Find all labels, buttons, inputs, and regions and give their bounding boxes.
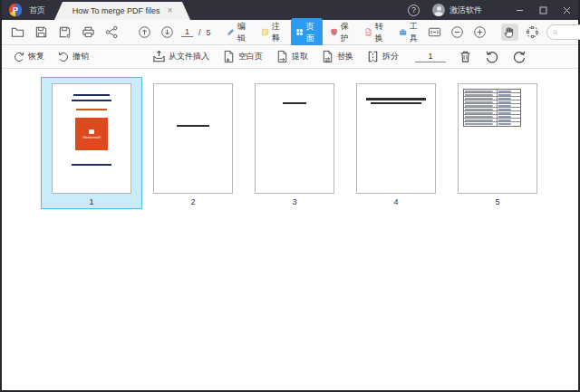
tab-pages[interactable]: 页面 — [291, 18, 323, 47]
thumbnail-row: Geekersoft 1 2 3 — [2, 69, 578, 209]
page-2-preview — [153, 83, 233, 194]
search-input[interactable] — [561, 28, 580, 36]
page-tools-bar: 恢复 撤销 从文件插入 空白页 提取 替换 — [2, 45, 578, 69]
rotate-left-button[interactable] — [485, 50, 499, 64]
page-separator: / — [198, 28, 201, 37]
close-button[interactable] — [555, 0, 578, 20]
tab-edit[interactable]: 编辑 — [222, 18, 254, 47]
mini-table — [463, 89, 521, 127]
share-icon[interactable] — [103, 24, 121, 41]
undo-button[interactable]: 撤销 — [57, 51, 89, 63]
minimize-button[interactable] — [508, 0, 531, 20]
page-navigation: 1 / 5 — [136, 24, 211, 41]
open-file-icon[interactable] — [9, 24, 26, 41]
page-number: 1 — [52, 197, 131, 206]
page-5-preview — [458, 83, 537, 194]
page-number: 4 — [356, 197, 436, 206]
print-icon[interactable] — [80, 24, 97, 41]
main-toolbar: 1 / 5 编辑 注释 页面 保护 转换 — [2, 20, 578, 45]
page-down-icon[interactable] — [159, 24, 176, 41]
hand-tool-icon[interactable] — [501, 24, 518, 41]
svg-text:P: P — [13, 5, 18, 14]
extract-page-button[interactable]: 提取 — [276, 50, 308, 63]
page-up-icon[interactable] — [136, 24, 153, 41]
select-area-icon[interactable] — [524, 24, 541, 41]
replace-page-button[interactable]: 替换 — [321, 50, 353, 63]
page-number: 5 — [458, 197, 537, 206]
document-tab-title: How To merge PDF files — [72, 6, 160, 15]
cover-logo: Geekersoft — [75, 118, 108, 150]
view-controls — [426, 24, 580, 41]
search-icon — [553, 28, 558, 37]
total-pages: 5 — [207, 28, 211, 37]
current-page-field[interactable]: 1 — [181, 27, 193, 37]
page-thumbnail-5[interactable]: 5 — [447, 77, 548, 209]
page-number: 2 — [153, 197, 233, 206]
account-avatar[interactable] — [432, 4, 445, 16]
zoom-out-icon[interactable] — [449, 24, 466, 41]
page-3-preview — [255, 83, 334, 194]
page-operations: 从文件插入 空白页 提取 替换 拆分 — [152, 50, 539, 64]
fit-width-icon[interactable] — [426, 24, 443, 41]
tab-annotate[interactable]: 注释 — [256, 18, 288, 47]
page-grid-view: Geekersoft 1 2 3 — [2, 69, 578, 390]
page-1-preview: Geekersoft — [52, 83, 131, 194]
zoom-in-icon[interactable] — [471, 24, 488, 41]
rotate-right-button[interactable] — [512, 50, 527, 64]
split-page-button[interactable]: 拆分 — [366, 50, 399, 63]
redo-button[interactable]: 恢复 — [13, 51, 44, 63]
page-thumbnail-3[interactable]: 3 — [244, 77, 345, 209]
save-as-icon[interactable] — [56, 24, 73, 41]
insert-from-file-button[interactable]: 从文件插入 — [152, 50, 209, 63]
search-box[interactable] — [546, 24, 580, 40]
app-window: P 首页 How To merge PDF files × ? 激活软件 — [0, 0, 580, 392]
page-thumbnail-2[interactable]: 2 — [142, 77, 244, 209]
ribbon-tabs: 编辑 注释 页面 保护 转换 工具 — [222, 18, 426, 47]
document-tab[interactable]: How To merge PDF files × — [54, 2, 190, 20]
help-icon[interactable]: ? — [408, 5, 420, 16]
home-tab[interactable]: 首页 — [23, 0, 54, 20]
titlebar-right: ? 激活软件 — [408, 0, 578, 20]
tab-convert[interactable]: 转换 — [360, 18, 392, 47]
page-4-preview — [356, 83, 436, 194]
delete-page-button[interactable] — [459, 50, 472, 63]
page-thumbnail-4[interactable]: 4 — [345, 77, 447, 209]
tab-protect[interactable]: 保护 — [325, 18, 357, 47]
target-page-input[interactable] — [415, 51, 446, 62]
maximize-button[interactable] — [531, 0, 555, 20]
tab-tools[interactable]: 工具 — [394, 18, 426, 47]
page-number: 3 — [255, 197, 334, 206]
page-thumbnail-1[interactable]: Geekersoft 1 — [41, 77, 142, 209]
blank-page-button[interactable]: 空白页 — [222, 50, 263, 63]
activate-software-link[interactable]: 激活软件 — [450, 5, 482, 16]
tab-close-icon[interactable]: × — [168, 6, 173, 15]
save-icon[interactable] — [33, 24, 50, 41]
app-logo-icon: P — [2, 0, 23, 20]
